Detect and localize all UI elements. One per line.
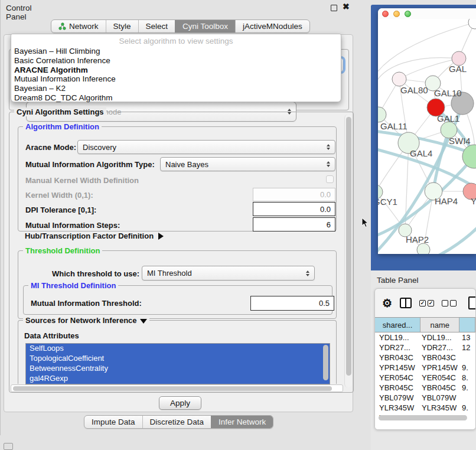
- tab-style[interactable]: Style: [106, 20, 138, 32]
- tab-label: jActiveMNodules: [243, 22, 302, 31]
- settings-group-title: Cyni Algorithm Settings: [14, 107, 106, 116]
- minimize-window-icon[interactable]: [393, 11, 400, 17]
- hub-factor-section-toggle[interactable]: Hub/Transcription Factor Definition: [25, 231, 164, 240]
- network-node-label: HAP4: [435, 196, 458, 206]
- manual-kernel-width-label: Manual Kernel Width Definition: [25, 176, 139, 185]
- tab-impute-data[interactable]: Impute Data: [84, 416, 142, 428]
- cell-name: YDL19...: [422, 333, 452, 342]
- cell-value: 13: [462, 333, 470, 342]
- network-node-label: SWI4: [449, 136, 471, 146]
- column-header-shared[interactable]: shared...: [375, 318, 420, 332]
- table-header-row: shared...name: [375, 317, 475, 332]
- sources-group: Sources for Network Inference Data Attri…: [18, 320, 337, 384]
- zoom-window-icon[interactable]: [405, 11, 411, 17]
- algorithm-option-bayesian-hill-climbing[interactable]: Bayesian – Hill Climbing: [11, 47, 341, 56]
- which-threshold-combobox[interactable]: MI Threshold: [142, 266, 315, 281]
- algorithm-dropdown-prompt: Select algorithm to view settings: [11, 36, 341, 47]
- table-toolbar: ⚙ ✓✓: [375, 289, 475, 317]
- settings-horizontal-scrollbar[interactable]: [11, 384, 343, 392]
- sources-group-title[interactable]: Sources for Network Inference: [23, 316, 149, 325]
- algorithm-option-bayesian-k2[interactable]: Bayesian – K2: [11, 84, 341, 93]
- tab-label: Select: [146, 22, 168, 31]
- close-window-icon[interactable]: [382, 11, 389, 17]
- attribute-item-betweennesscentrality[interactable]: BetweennessCentrality: [26, 364, 330, 374]
- which-threshold-value: MI Threshold: [147, 269, 192, 278]
- data-attributes-list[interactable]: SelfLoopsTopologicalCoefficientBetweenne…: [25, 343, 330, 384]
- mi-threshold-field[interactable]: 0.5: [250, 296, 334, 311]
- cell-shared-name: YBR045C: [379, 383, 413, 392]
- table-row[interactable]: YBR043CYBR043C: [375, 353, 475, 363]
- network-edge-highlighted: [433, 130, 449, 191]
- tab-label: Discretize Data: [150, 418, 204, 426]
- network-node[interactable]: [378, 107, 386, 122]
- deselect-all-columns-icon[interactable]: [442, 300, 457, 306]
- table-row[interactable]: YBL079WYBL079W: [375, 393, 475, 403]
- mi-type-combobox[interactable]: Naive Bayes: [160, 157, 335, 171]
- threshold-definition-title: Threshold Definition: [23, 246, 102, 255]
- tab-discretize-data[interactable]: Discretize Data: [142, 416, 211, 428]
- mi-steps-field[interactable]: 6: [253, 217, 335, 231]
- select-all-columns-icon[interactable]: ✓✓: [419, 300, 434, 306]
- network-node[interactable]: [462, 145, 476, 168]
- network-node-label: GAL: [449, 64, 467, 74]
- apply-button[interactable]: Apply: [159, 396, 201, 410]
- export-table-icon[interactable]: [468, 296, 476, 309]
- table-row[interactable]: YPR145WYPR145W9.: [375, 363, 475, 373]
- attribute-item-topologicalcoefficient[interactable]: TopologicalCoefficient: [26, 354, 330, 364]
- tab-jactivemnodules[interactable]: jActiveMNodules: [235, 20, 309, 32]
- table-row[interactable]: YBR045CYBR045C9.: [375, 383, 475, 393]
- settings-horizontal-scrollbar-thumb[interactable]: [13, 386, 332, 391]
- algorithm-definition-title: Algorithm Definition: [23, 122, 102, 131]
- table-row[interactable]: YER054CYER054C8.: [375, 373, 475, 383]
- cell-name: YBR043C: [422, 353, 456, 362]
- tab-select[interactable]: Select: [138, 20, 175, 32]
- attributes-scrollbar-thumb[interactable]: [323, 345, 328, 380]
- algorithm-option-aracne-algorithm[interactable]: ARACNE Algorithm: [11, 66, 341, 75]
- attribute-item-selfloops[interactable]: SelfLoops: [26, 344, 330, 354]
- kernel-width-field[interactable]: 0.0: [253, 188, 335, 201]
- table-horizontal-scrollbar-thumb[interactable]: [379, 415, 467, 420]
- cell-name: YER054C: [422, 373, 456, 382]
- network-node-label: Y: [471, 196, 476, 206]
- network-node[interactable]: [468, 19, 476, 29]
- algorithm-dropdown-popup: Select algorithm to view settings Bayesi…: [11, 34, 341, 102]
- tab-network[interactable]: Network: [51, 20, 106, 32]
- aracne-mode-combobox[interactable]: Discovery: [77, 140, 335, 154]
- table-row[interactable]: YDL19...YDL19...13: [375, 332, 475, 343]
- tab-label: Infer Network: [219, 418, 266, 426]
- algorithm-option-mutual-information-inference[interactable]: Mutual Information Inference: [11, 74, 341, 84]
- cell-shared-name: YBL079W: [379, 393, 414, 402]
- tab-cyni-toolbox[interactable]: Cyni Toolbox: [175, 20, 235, 32]
- aracne-mode-label: Aracne Mode:: [25, 143, 76, 152]
- tab-infer-network[interactable]: Infer Network: [211, 416, 273, 428]
- table-horizontal-scrollbar[interactable]: [377, 414, 473, 421]
- algorithm-option-basic-correlation-inference[interactable]: Basic Correlation Inference: [11, 56, 341, 66]
- algorithm-option-dream8-dc-tdc-algorithm[interactable]: Dream8 DC_TDC Algorithm: [11, 93, 341, 103]
- network-node[interactable]: [392, 72, 406, 86]
- network-canvas[interactable]: GALGAL80GAL10GAL1SWI4GAL11GAL4GCY1HAP4YH…: [378, 19, 476, 254]
- close-panel-icon[interactable]: ✖: [343, 2, 350, 11]
- mi-type-label: Mutual Information Algorithm Type:: [25, 160, 155, 169]
- split-panel-icon[interactable]: [400, 298, 412, 308]
- network-node[interactable]: [417, 243, 430, 254]
- kernel-width-label: Kernel Width (0,1):: [25, 191, 93, 200]
- minimized-panel-chip[interactable]: [4, 443, 13, 450]
- column-header-name[interactable]: name: [420, 318, 459, 332]
- float-panel-icon[interactable]: [331, 5, 337, 11]
- cell-shared-name: YLR345W: [379, 403, 414, 412]
- tab-label: Style: [113, 22, 131, 31]
- table-row[interactable]: YDR27...YDR27...12: [375, 343, 475, 353]
- settings-vertical-scrollbar-thumb[interactable]: [346, 117, 351, 376]
- tab-label: Impute Data: [92, 418, 135, 426]
- algorithm-definition-group: Algorithm Definition Aracne Mode: Discov…: [18, 126, 337, 231]
- gear-icon[interactable]: ⚙: [382, 298, 392, 309]
- attribute-item-gal4rgexp[interactable]: gal4RGexp: [26, 374, 330, 384]
- settings-vertical-scrollbar[interactable]: [344, 115, 352, 387]
- cell-value: 9.: [462, 403, 468, 412]
- network-icon: [58, 22, 66, 30]
- mi-threshold-label: Mutual Information Threshold:: [31, 299, 142, 308]
- table-row[interactable]: YLR345WYLR345W9.: [375, 403, 475, 413]
- column-header-extra[interactable]: [459, 318, 475, 332]
- dpi-tolerance-field[interactable]: 0.0: [253, 202, 335, 216]
- manual-kernel-width-checkbox[interactable]: [326, 175, 334, 183]
